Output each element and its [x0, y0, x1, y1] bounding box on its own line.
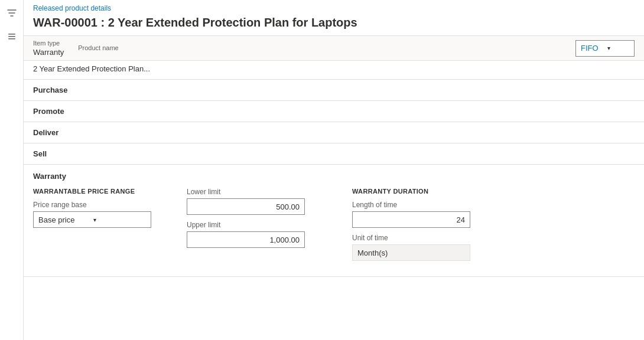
lower-limit-label: Lower limit: [187, 188, 305, 196]
page-title: WAR-00001 : 2 Year Extended Protection P…: [24, 14, 644, 35]
warranty-duration-group: WARRANTY DURATION Length of time Unit of…: [352, 188, 470, 267]
length-of-time-label: Length of time: [352, 201, 470, 209]
product-name-header-label: Product name: [78, 44, 118, 51]
item-type-value: Warranty: [33, 48, 64, 57]
section-deliver[interactable]: Deliver: [24, 122, 644, 143]
price-range-base-field: Price range base Base price ▾: [33, 201, 151, 228]
fifo-value: FIFO: [581, 44, 603, 53]
section-promote-label: Promote: [33, 107, 64, 116]
product-name-value: 2 Year Extended Protection Plan...: [33, 64, 150, 73]
section-sell-label: Sell: [33, 149, 47, 158]
upper-limit-input[interactable]: [187, 231, 305, 248]
price-range-base-dropdown[interactable]: Base price ▾: [33, 211, 151, 228]
warranty-duration-title: WARRANTY DURATION: [352, 188, 470, 195]
svg-rect-0: [8, 34, 15, 35]
product-name-header-field: Product name: [78, 44, 118, 53]
unit-of-time-field: Unit of time Month(s): [352, 234, 470, 261]
lower-limit-field: Lower limit: [187, 188, 305, 215]
fifo-chevron: ▾: [607, 45, 629, 51]
product-name-row: 2 Year Extended Protection Plan...: [24, 61, 644, 80]
breadcrumb: Released product details: [24, 0, 644, 14]
unit-of-time-value: Month(s): [352, 244, 470, 261]
hamburger-icon[interactable]: [4, 28, 20, 45]
price-range-base-chevron: ▾: [93, 217, 146, 223]
length-of-time-field: Length of time: [352, 201, 470, 228]
length-of-time-input[interactable]: [352, 211, 470, 228]
item-type-field: Item type Warranty: [33, 40, 64, 57]
warranty-section: Warranty WARRANTABLE PRICE RANGE Price r…: [24, 165, 644, 277]
item-type-label: Item type: [33, 40, 64, 47]
limits-group: Lower limit Upper limit: [187, 188, 305, 254]
fifo-dropdown[interactable]: FIFO ▾: [575, 40, 635, 57]
upper-limit-label: Upper limit: [187, 221, 305, 229]
section-promote[interactable]: Promote: [24, 101, 644, 122]
lower-limit-input[interactable]: [187, 198, 305, 215]
main-content: Released product details WAR-00001 : 2 Y…: [24, 0, 644, 340]
svg-rect-2: [8, 38, 15, 40]
section-purchase-label: Purchase: [33, 86, 68, 94]
price-range-base-label: Price range base: [33, 201, 151, 209]
warranty-section-title: Warranty: [33, 172, 635, 181]
section-deliver-label: Deliver: [33, 128, 58, 137]
warranty-fields: WARRANTABLE PRICE RANGE Price range base…: [33, 188, 635, 267]
price-range-base-value: Base price: [38, 215, 91, 224]
top-row: Item type Warranty Product name FIFO ▾: [24, 35, 644, 61]
filter-icon[interactable]: [4, 5, 20, 21]
upper-limit-field: Upper limit: [187, 221, 305, 248]
content-area: Item type Warranty Product name FIFO ▾ 2…: [24, 35, 644, 340]
warrantable-price-range-title: WARRANTABLE PRICE RANGE: [33, 188, 151, 195]
left-rail: [0, 0, 24, 340]
section-purchase[interactable]: Purchase: [24, 80, 644, 101]
svg-rect-1: [8, 36, 15, 37]
breadcrumb-link[interactable]: Released product details: [33, 4, 111, 12]
warrantable-price-range-group: WARRANTABLE PRICE RANGE Price range base…: [33, 188, 151, 234]
unit-of-time-label: Unit of time: [352, 234, 470, 242]
section-sell[interactable]: Sell: [24, 143, 644, 165]
